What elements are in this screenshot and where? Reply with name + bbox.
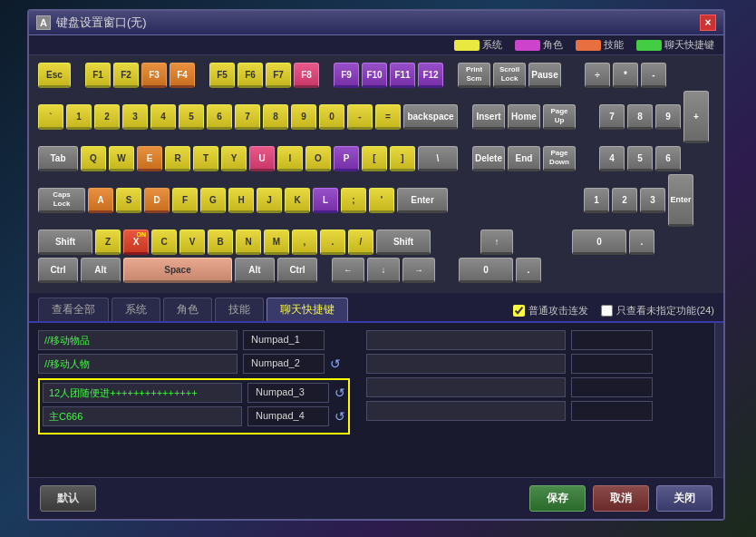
shortcut-input-r1[interactable] [366, 330, 566, 350]
scrollbar[interactable] [714, 323, 723, 477]
key-num2[interactable]: 2 [612, 188, 637, 213]
key-left[interactable]: ← [332, 258, 364, 283]
key-z[interactable]: Z [95, 229, 121, 255]
key-insert[interactable]: Insert [472, 104, 505, 130]
key-num9[interactable]: 9 [655, 104, 681, 130]
key-t[interactable]: T [193, 146, 218, 171]
key-slash[interactable]: / [348, 229, 373, 255]
key-pagedown[interactable]: PageDown [543, 146, 576, 171]
key-w[interactable]: W [109, 146, 134, 171]
tab-system[interactable]: 系统 [111, 298, 160, 321]
key-f9[interactable]: F9 [334, 63, 359, 88]
key-num6[interactable]: 6 [655, 146, 681, 171]
key-lshift[interactable]: Shift [38, 229, 92, 255]
key-delete[interactable]: Delete [472, 146, 505, 171]
shortcut-input-4[interactable] [43, 406, 242, 426]
key-6[interactable]: 6 [207, 104, 232, 130]
key-f6[interactable]: F6 [237, 63, 263, 88]
key-m[interactable]: M [264, 229, 289, 255]
key-k[interactable]: K [285, 188, 310, 213]
key-f12[interactable]: F12 [418, 63, 443, 88]
shortcut-input-1[interactable] [38, 330, 237, 350]
key-lctrl[interactable]: Ctrl [38, 258, 78, 283]
cancel-button[interactable]: 取消 [593, 485, 649, 512]
key-pause[interactable]: Pause [528, 63, 561, 88]
normal-attack-checkbox[interactable] [513, 305, 525, 317]
tab-character[interactable]: 角色 [163, 298, 212, 321]
key-num-enter[interactable]: Enter [668, 174, 693, 227]
normal-attack-checkbox-label[interactable]: 普通攻击连发 [513, 304, 588, 317]
key-esc[interactable]: Esc [38, 63, 71, 88]
key-o[interactable]: O [305, 146, 331, 171]
close-window-button[interactable]: 关闭 [656, 485, 712, 512]
key-backtick[interactable]: ` [38, 104, 63, 130]
shortcut-refresh-icon-4[interactable]: ↺ [334, 409, 345, 424]
key-num8[interactable]: 8 [627, 104, 653, 130]
key-num-div[interactable]: ÷ [585, 63, 610, 88]
key-0[interactable]: 0 [319, 104, 344, 130]
key-prtsc[interactable]: PrintScm [458, 63, 490, 88]
key-num4[interactable]: 4 [599, 146, 625, 171]
key-num-dot[interactable]: . [629, 229, 654, 255]
shortcut-input-2[interactable] [38, 354, 237, 374]
key-s[interactable]: S [116, 188, 141, 213]
key-f2[interactable]: F2 [113, 63, 139, 88]
tab-all[interactable]: 查看全部 [38, 298, 109, 321]
key-3[interactable]: 3 [122, 104, 148, 130]
key-num7[interactable]: 7 [599, 104, 625, 130]
key-end[interactable]: End [508, 146, 540, 171]
key-num-0-wide[interactable]: 0 [459, 258, 513, 283]
key-num3[interactable]: 3 [640, 188, 665, 213]
key-f[interactable]: F [172, 188, 198, 213]
key-p[interactable]: P [334, 146, 359, 171]
key-e[interactable]: E [137, 146, 162, 171]
key-quote[interactable]: ' [369, 188, 394, 213]
key-rctrl[interactable]: Ctrl [277, 258, 317, 283]
key-f1[interactable]: F1 [85, 63, 111, 88]
key-f4[interactable]: F4 [170, 63, 195, 88]
key-1[interactable]: 1 [66, 104, 92, 130]
key-num-plus[interactable]: + [683, 91, 709, 143]
key-u[interactable]: U [249, 146, 275, 171]
key-right[interactable]: → [402, 258, 435, 283]
key-rshift[interactable]: Shift [376, 229, 431, 255]
key-comma[interactable]: , [292, 229, 317, 255]
key-9[interactable]: 9 [291, 104, 316, 130]
key-capslock[interactable]: CapsLock [38, 188, 85, 213]
key-down[interactable]: ↓ [367, 258, 400, 283]
shortcut-input-r3[interactable] [366, 377, 566, 397]
key-h[interactable]: H [228, 188, 254, 213]
close-button[interactable]: × [700, 15, 716, 31]
key-scroll[interactable]: ScrollLock [493, 63, 526, 88]
tab-chat-shortcut[interactable]: 聊天快捷键 [267, 298, 348, 321]
key-num5[interactable]: 5 [627, 146, 653, 171]
key-lalt[interactable]: Alt [81, 258, 121, 283]
shortcut-input-r2[interactable] [366, 354, 566, 374]
key-l[interactable]: L [313, 188, 338, 213]
key-backslash[interactable]: \ [418, 146, 458, 171]
key-f8[interactable]: F8 [294, 63, 319, 88]
key-tab[interactable]: Tab [38, 146, 78, 171]
key-space[interactable]: Space [123, 258, 232, 283]
key-num-minus[interactable]: - [641, 63, 666, 88]
key-c[interactable]: C [151, 229, 177, 255]
key-enter[interactable]: Enter [397, 188, 448, 213]
key-num1[interactable]: 1 [584, 188, 609, 213]
key-j[interactable]: J [257, 188, 282, 213]
key-n[interactable]: N [236, 229, 261, 255]
key-pageup[interactable]: PageUp [543, 104, 576, 130]
key-7[interactable]: 7 [235, 104, 260, 130]
key-v[interactable]: V [179, 229, 205, 255]
key-5[interactable]: 5 [179, 104, 204, 130]
key-home[interactable]: Home [508, 104, 540, 130]
key-semicolon[interactable]: ; [341, 188, 366, 213]
key-num-mul[interactable]: * [613, 63, 638, 88]
key-y[interactable]: Y [221, 146, 247, 171]
key-i[interactable]: I [277, 146, 303, 171]
key-num0[interactable]: 0 [572, 229, 626, 255]
key-f5[interactable]: F5 [209, 63, 235, 88]
key-f7[interactable]: F7 [266, 63, 291, 88]
key-rbracket[interactable]: ] [390, 146, 415, 171]
key-2[interactable]: 2 [94, 104, 120, 130]
unassigned-checkbox[interactable] [601, 305, 613, 317]
